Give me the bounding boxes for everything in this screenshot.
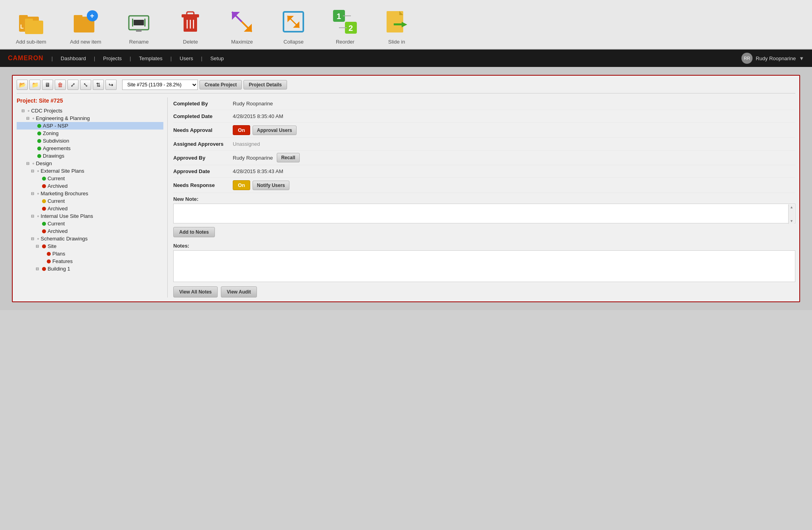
- nav-templates[interactable]: Templates: [139, 55, 162, 61]
- rename-button[interactable]: Rename: [125, 8, 153, 45]
- rename-label: Rename: [129, 39, 149, 45]
- notify-users-button[interactable]: Notify Users: [253, 181, 289, 190]
- tree-item-zoning[interactable]: Zoning: [17, 130, 163, 137]
- toolbar-folder-add-btn[interactable]: 📁: [29, 80, 40, 90]
- recall-button[interactable]: Recall: [277, 153, 299, 162]
- new-note-input[interactable]: [173, 204, 795, 223]
- tree-item-ext-current[interactable]: Current: [17, 175, 163, 182]
- svg-rect-37: [394, 23, 402, 25]
- reorder-icon: 1 2: [331, 8, 359, 36]
- label-marketing: Marketing Brochures: [41, 191, 88, 196]
- tree-item-building1[interactable]: ⊟ Building 1: [17, 265, 163, 273]
- project-details-button[interactable]: Project Details: [243, 80, 287, 90]
- label-asp: ASP - NSP: [43, 123, 68, 129]
- tree-item-schematic-drawings[interactable]: ⊟ ◦ Schematic Drawings: [17, 235, 163, 242]
- label-int-current: Current: [48, 221, 65, 227]
- tree-item-asp-nsp[interactable]: ASP - NSP: [17, 122, 163, 130]
- svg-marker-36: [402, 22, 407, 27]
- delete-icon: [176, 8, 204, 36]
- label-drawings: Drawings: [43, 153, 64, 159]
- create-project-button[interactable]: Create Project: [199, 80, 242, 90]
- toolbar-maximize-btn[interactable]: ⤢: [67, 80, 79, 90]
- bottom-buttons: View All Notes View Audit: [173, 286, 795, 297]
- approved-date-value: 4/28/2015 8:35:43 AM: [233, 168, 283, 174]
- completed-date-value: 4/28/2015 8:35:40 AM: [233, 113, 283, 119]
- tree-item-ext-archived[interactable]: Archived: [17, 182, 163, 190]
- tree-item-external-site-plans[interactable]: ⊟ ◦ External Site Plans: [17, 167, 163, 175]
- needs-response-on-button[interactable]: On: [233, 180, 250, 190]
- navbar-left: CAMERON | Dashboard | Projects | Templat…: [8, 55, 224, 62]
- approval-users-button[interactable]: Approval Users: [253, 126, 297, 135]
- label-zoning: Zoning: [43, 130, 59, 136]
- tree-item-plans[interactable]: Plans: [17, 250, 163, 257]
- tree-item-mkt-archived[interactable]: Archived: [17, 205, 163, 212]
- maximize-button[interactable]: Maximize: [228, 8, 256, 45]
- project-select[interactable]: Site #725 (11/39 - 28.2%): [122, 80, 198, 90]
- details-panel: Completed By Rudy Roopnarine Completed D…: [167, 97, 795, 297]
- notes-textarea[interactable]: [173, 250, 795, 282]
- slide-in-icon: [383, 8, 410, 36]
- approved-date-label: Approved Date: [173, 168, 233, 174]
- add-new-item-button[interactable]: + Add new item: [70, 8, 102, 45]
- add-sub-item-button[interactable]: L Add sub-item: [16, 8, 46, 45]
- toolbar-delete-btn[interactable]: 🗑: [55, 80, 66, 90]
- delete-label: Delete: [183, 39, 198, 45]
- dot-asp: [37, 124, 41, 128]
- tree-item-int-archived[interactable]: Archived: [17, 227, 163, 235]
- svg-rect-12: [132, 19, 133, 27]
- svg-rect-13: [144, 19, 146, 27]
- toggle-asp: [31, 124, 36, 128]
- tree-item-marketing-brochures[interactable]: ⊟ ◦ Marketing Brochures: [17, 190, 163, 197]
- label-internal-site: Internal Use Site Plans: [41, 213, 93, 219]
- toolbar-folder-btn[interactable]: 📂: [17, 80, 28, 90]
- tree-item-internal-site-plans[interactable]: ⊟ ◦ Internal Use Site Plans: [17, 212, 163, 220]
- add-to-notes-button[interactable]: Add to Notes: [173, 227, 215, 237]
- tree-item-mkt-current[interactable]: Current: [17, 197, 163, 205]
- needs-approval-on-button[interactable]: On: [233, 125, 250, 135]
- nav-projects[interactable]: Projects: [103, 55, 122, 61]
- toolbar-collapse-btn[interactable]: ⤡: [80, 80, 91, 90]
- approved-by-label: Approved By: [173, 155, 233, 161]
- reorder-button[interactable]: 1 2 Reorder: [331, 8, 359, 45]
- label-schematic: Schematic Drawings: [41, 236, 88, 242]
- toggle-cdc: ⊟: [21, 109, 26, 113]
- tree-item-drawings[interactable]: Drawings: [17, 152, 163, 160]
- label-ext-archived: Archived: [48, 183, 68, 189]
- label-int-archived: Archived: [48, 228, 68, 234]
- assigned-approvers-value: Unassigned: [233, 141, 260, 147]
- panel-body: Project: Site #725 ⊟ ◦ CDC Projects ⊟ ◦ …: [17, 97, 795, 297]
- label-features: Features: [52, 258, 73, 264]
- nav-users[interactable]: Users: [180, 55, 193, 61]
- nav-dashboard[interactable]: Dashboard: [61, 55, 86, 61]
- view-audit-button[interactable]: View Audit: [221, 286, 257, 297]
- dot-subdivision: [37, 139, 41, 143]
- slide-in-button[interactable]: Slide in: [383, 8, 410, 45]
- tree-panel: Project: Site #725 ⊟ ◦ CDC Projects ⊟ ◦ …: [17, 97, 167, 297]
- view-all-notes-button[interactable]: View All Notes: [173, 286, 218, 297]
- tree-item-agreements[interactable]: Agreements: [17, 145, 163, 152]
- tree-item-subdivision[interactable]: Subdivision: [17, 137, 163, 145]
- label-cdc: CDC Projects: [31, 108, 63, 114]
- toolbar-rename-btn[interactable]: 🖥: [42, 80, 53, 90]
- delete-button[interactable]: Delete: [176, 8, 204, 45]
- tree-item-features[interactable]: Features: [17, 257, 163, 265]
- toolbar-reorder-btn[interactable]: ⇅: [93, 80, 104, 90]
- svg-rect-11: [136, 30, 142, 32]
- svg-text:1: 1: [337, 12, 341, 21]
- assigned-approvers-row: Assigned Approvers Unassigned: [173, 138, 795, 151]
- svg-text:L: L: [20, 23, 24, 30]
- top-toolbar: L Add sub-item + Add new item: [0, 0, 812, 50]
- icon-cdc: ◦: [28, 108, 30, 114]
- label-subdivision: Subdivision: [43, 138, 69, 144]
- tree-item-cdc-projects[interactable]: ⊟ ◦ CDC Projects: [17, 107, 163, 114]
- tree-item-int-current[interactable]: Current: [17, 220, 163, 227]
- needs-response-row: Needs Response On Notify Users: [173, 178, 795, 193]
- toolbar-slidein-btn[interactable]: ↪: [105, 80, 117, 90]
- icon-eng: ◦: [33, 115, 34, 121]
- user-menu[interactable]: RR Rudy Roopnarine ▼: [741, 53, 804, 64]
- tree-item-design[interactable]: ⊟ ◦ Design: [17, 160, 163, 167]
- nav-setup[interactable]: Setup: [210, 55, 224, 61]
- tree-item-engineering[interactable]: ⊟ ◦ Engineering & Planning: [17, 114, 163, 122]
- collapse-button[interactable]: Collapse: [280, 8, 307, 45]
- tree-item-site[interactable]: ⊟ Site: [17, 242, 163, 250]
